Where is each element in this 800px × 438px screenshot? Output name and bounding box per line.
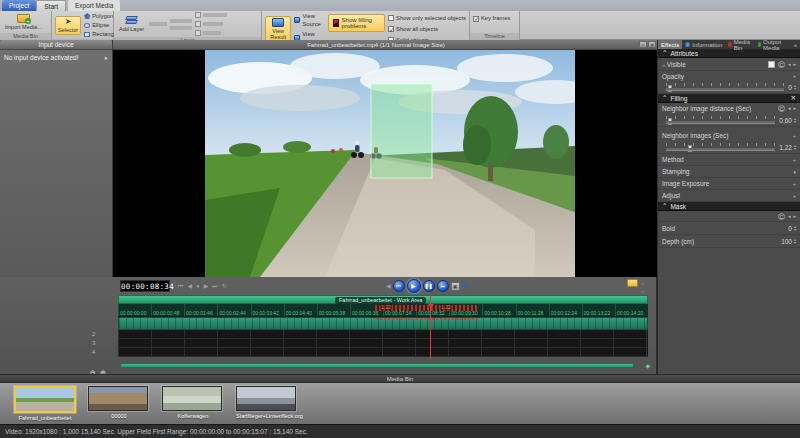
bold-stepper[interactable]: ▴▾: [794, 225, 796, 232]
step-back-icon[interactable]: ◀: [187, 280, 192, 292]
copy-keyframe-icon[interactable]: C: [778, 105, 785, 112]
copy-keyframe-icon[interactable]: C: [778, 61, 785, 68]
goto-start-icon[interactable]: ⏮: [178, 280, 183, 292]
tab-project[interactable]: Project: [2, 0, 36, 11]
work-area-bar[interactable]: Fahrrad_unbearbeitet - Work Area: [118, 295, 648, 304]
tab-effects[interactable]: Effects: [658, 40, 682, 49]
tab-overflow-icon[interactable]: »: [791, 40, 800, 49]
image-exposure-row[interactable]: Image Exposure +: [658, 178, 800, 190]
next-keyframe-icon[interactable]: ▸: [793, 105, 796, 112]
import-media-label: Import Media...: [5, 24, 42, 30]
show-filling-problems-button[interactable]: Show filling problems: [328, 14, 386, 32]
add-layer-button[interactable]: Add Layer: [117, 15, 146, 33]
media-bin-panel: Fahrrad_unbearbeitet 00000 Kofferwagen S…: [0, 383, 800, 424]
prev-keyframe-icon[interactable]: ◂: [788, 61, 791, 67]
next-keyframe-icon[interactable]: ▸: [793, 213, 796, 219]
copy-keyframe-icon[interactable]: C: [778, 213, 785, 220]
tab-media-bin[interactable]: Media Bin: [725, 40, 754, 49]
timeline-track-2[interactable]: [118, 330, 648, 339]
add-keyframe-icon[interactable]: +: [793, 73, 796, 79]
key-frames-checkbox[interactable]: Key frames: [473, 14, 510, 23]
neighbor-distance-slider[interactable]: [666, 115, 775, 126]
expand-stamping-icon[interactable]: ▾: [793, 169, 796, 175]
step-forward-icon[interactable]: ▶: [204, 280, 209, 292]
step-arrow-icon[interactable]: ➤: [462, 282, 469, 291]
opacity-slider[interactable]: [666, 82, 784, 93]
zoom-range-icon[interactable]: »: [641, 288, 644, 294]
timeline-track-3[interactable]: [118, 339, 648, 348]
media-item[interactable]: Kofferwagen: [162, 386, 224, 419]
goto-end-icon[interactable]: ⏭: [212, 280, 217, 292]
checkbox-icon: [388, 15, 394, 21]
neighbor-distance-stepper[interactable]: ▴▾: [794, 117, 796, 124]
work-area-icon[interactable]: [627, 279, 638, 287]
neighbor-images-slider[interactable]: [666, 142, 775, 153]
prev-keyframe-icon[interactable]: ◂: [788, 213, 791, 219]
remove-effect-icon[interactable]: ✕: [791, 94, 796, 102]
mask-selection-overlay[interactable]: [371, 84, 432, 178]
expand-adjust-icon[interactable]: +: [793, 193, 796, 199]
layer-disabled-checks: [195, 12, 227, 36]
expand-arrow-icon[interactable]: ▸: [105, 54, 108, 62]
skip-end-button[interactable]: ⏭: [437, 280, 449, 292]
fit-view-icon[interactable]: »: [641, 279, 644, 287]
media-item[interactable]: 00000: [88, 386, 150, 419]
view-source-button[interactable]: View Source: [294, 12, 324, 28]
show-all-objects-checkbox[interactable]: Show all objects: [388, 25, 466, 34]
tab-information[interactable]: iInformation: [682, 40, 725, 49]
timeline-scrollbar[interactable]: [120, 363, 634, 368]
add-keyframe-icon[interactable]: +: [793, 133, 796, 139]
adjust-row[interactable]: Adjust +: [658, 190, 800, 202]
opacity-stepper[interactable]: ▴▾: [794, 84, 796, 91]
depth-stepper[interactable]: ▴▾: [794, 238, 796, 245]
skip-start-button[interactable]: ⏮: [393, 280, 405, 292]
show-only-selected-checkbox[interactable]: Show only selected objects: [388, 14, 466, 23]
filling-header[interactable]: ⌃ Filling ✕: [658, 94, 800, 103]
play-button[interactable]: ▶: [407, 279, 421, 293]
jump-back-icon[interactable]: ◀: [386, 280, 391, 292]
input-device-header: Input device: [0, 40, 112, 50]
timeline-ruler[interactable]: 00:00:00:00 00:00:00:48 00:00:01:46 00:0…: [118, 304, 648, 317]
marker-diamond-icon[interactable]: ◆: [645, 362, 650, 369]
playhead[interactable]: [430, 295, 431, 359]
timeline-track-1-clip[interactable]: [118, 317, 648, 330]
method-label: Method: [662, 156, 684, 163]
loop-icon[interactable]: ↻: [222, 280, 227, 292]
media-item[interactable]: Startflieger+Linsenfleck.org: [236, 386, 298, 419]
visible-value-box[interactable]: [768, 61, 775, 68]
collapse-icon: ⌃: [662, 94, 667, 102]
stamping-label: Stamping: [662, 168, 689, 175]
preview-title-bar: Fahrrad_unbearbeitet.mp4 (1/1 Normal Ima…: [113, 40, 657, 50]
neighbor-images-stepper[interactable]: ▴▾: [794, 144, 796, 151]
import-media-button[interactable]: Import Media...: [3, 13, 44, 31]
tab-start[interactable]: Start: [36, 0, 66, 11]
pause-button[interactable]: ❚❚: [423, 280, 435, 292]
close-icon[interactable]: ✕: [648, 41, 656, 48]
record-icon[interactable]: ●: [196, 280, 200, 292]
view-result-button[interactable]: View Result: [265, 16, 291, 42]
key-frames-label: Key frames: [481, 14, 510, 23]
input-device-panel: Input device No input device activated! …: [0, 40, 113, 277]
stamping-row[interactable]: Stamping ▾: [658, 166, 800, 178]
expand-exposure-icon[interactable]: +: [793, 181, 796, 187]
method-row[interactable]: Method +: [658, 154, 800, 166]
selector-button[interactable]: ➤ Selector: [55, 16, 81, 35]
mask-header[interactable]: ⌃ Mask: [658, 202, 800, 211]
rectangle-icon: [84, 32, 90, 37]
stop-button[interactable]: ▣: [451, 282, 460, 291]
checkbox-checked-icon: [388, 26, 394, 32]
media-bin-header[interactable]: Media Bin: [0, 374, 800, 383]
view-result-icon: [272, 18, 284, 27]
prev-keyframe-icon[interactable]: ◂: [788, 105, 791, 112]
media-bin-icon: [728, 42, 731, 47]
media-item[interactable]: Fahrrad_unbearbeitet: [14, 386, 76, 421]
neighbor-distance-slider-row: 0,60 ▴▾: [658, 114, 800, 127]
expand-method-icon[interactable]: +: [793, 157, 796, 163]
next-keyframe-icon[interactable]: ▸: [793, 61, 796, 67]
minimize-icon[interactable]: ▫: [639, 41, 647, 48]
preview-title: Fahrrad_unbearbeitet.mp4 (1/1 Normal Ima…: [113, 42, 639, 48]
timeline-track-4[interactable]: [118, 348, 648, 357]
tab-export-media[interactable]: Export Media: [68, 0, 120, 11]
tab-output-media[interactable]: Output Media: [755, 40, 791, 49]
preview-window: Fahrrad_unbearbeitet.mp4 (1/1 Normal Ima…: [113, 40, 657, 277]
